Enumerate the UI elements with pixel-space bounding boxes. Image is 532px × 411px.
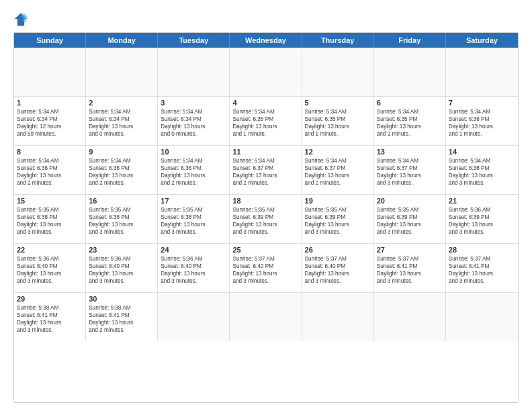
cell-line: Daylight: 13 hours <box>232 123 298 130</box>
cal-day-18: 18Sunrise: 5:35 AMSunset: 6:39 PMDayligh… <box>230 195 302 243</box>
cell-line: Daylight: 13 hours <box>161 270 226 277</box>
cell-line: and 1 minute. <box>305 130 371 138</box>
cal-empty <box>86 48 158 96</box>
day-number: 23 <box>89 246 154 254</box>
cal-empty <box>158 293 230 341</box>
cell-line: and 0 minutes. <box>89 130 154 138</box>
cell-line: Daylight: 13 hours <box>89 221 154 228</box>
cell-line: Sunset: 6:39 PM <box>449 214 515 221</box>
cell-line: Daylight: 13 hours <box>449 172 515 179</box>
cell-line: Sunset: 6:40 PM <box>305 263 371 270</box>
cal-day-22: 22Sunrise: 5:36 AMSunset: 6:40 PMDayligh… <box>14 244 86 292</box>
cal-day-15: 15Sunrise: 5:35 AMSunset: 6:38 PMDayligh… <box>14 195 86 243</box>
cell-line: Sunset: 6:41 PM <box>89 312 154 319</box>
cell-line: Sunrise: 5:34 AM <box>161 157 226 165</box>
cal-day-21: 21Sunrise: 5:36 AMSunset: 6:39 PMDayligh… <box>446 195 518 243</box>
cell-line: Sunrise: 5:36 AM <box>449 206 515 214</box>
cell-line: Sunset: 6:36 PM <box>89 165 154 172</box>
cell-line: Sunrise: 5:38 AM <box>17 304 83 312</box>
day-number: 24 <box>161 246 226 254</box>
cell-line: and 3 minutes. <box>377 228 443 236</box>
cell-line: Daylight: 13 hours <box>232 221 298 228</box>
cell-line: and 1 minute. <box>449 130 515 138</box>
header <box>13 12 519 27</box>
cal-day-6: 6Sunrise: 5:34 AMSunset: 6:35 PMDaylight… <box>374 97 446 145</box>
day-number: 5 <box>305 99 371 107</box>
cal-day-8: 8Sunrise: 5:34 AMSunset: 6:36 PMDaylight… <box>14 146 86 194</box>
cal-empty <box>230 48 302 96</box>
cell-line: and 59 minutes. <box>17 130 83 138</box>
cell-line: and 3 minutes. <box>17 228 83 236</box>
cell-line: Daylight: 13 hours <box>232 270 298 277</box>
cell-line: Sunset: 6:41 PM <box>449 263 515 270</box>
cell-line: Sunrise: 5:34 AM <box>232 157 298 165</box>
cell-line: Sunrise: 5:34 AM <box>305 157 371 165</box>
cal-day-5: 5Sunrise: 5:34 AMSunset: 6:35 PMDaylight… <box>302 97 374 145</box>
cell-line: Sunset: 6:38 PM <box>449 165 515 172</box>
day-number: 7 <box>449 99 515 107</box>
cal-day-13: 13Sunrise: 5:34 AMSunset: 6:37 PMDayligh… <box>374 146 446 194</box>
cal-week-4: 22Sunrise: 5:36 AMSunset: 6:40 PMDayligh… <box>14 244 518 293</box>
cell-line: Sunrise: 5:34 AM <box>449 108 515 116</box>
logo <box>13 12 31 27</box>
cell-line: Daylight: 13 hours <box>305 123 371 130</box>
day-number: 1 <box>17 99 83 107</box>
cell-line: Sunset: 6:40 PM <box>161 263 226 270</box>
cell-line: Sunrise: 5:35 AM <box>377 206 443 214</box>
calendar-header: SundayMondayTuesdayWednesdayThursdayFrid… <box>14 33 518 48</box>
cell-line: and 3 minutes. <box>232 277 298 285</box>
cal-day-17: 17Sunrise: 5:35 AMSunset: 6:38 PMDayligh… <box>158 195 230 243</box>
cell-line: and 2 minutes. <box>305 179 371 187</box>
cal-day-25: 25Sunrise: 5:37 AMSunset: 6:40 PMDayligh… <box>230 244 302 292</box>
cell-line: Sunset: 6:40 PM <box>232 263 298 270</box>
day-number: 25 <box>232 246 298 254</box>
day-number: 28 <box>449 246 515 254</box>
cell-line: and 2 minutes. <box>89 326 154 334</box>
cell-line: Sunset: 6:37 PM <box>377 165 443 172</box>
cal-day-14: 14Sunrise: 5:34 AMSunset: 6:38 PMDayligh… <box>446 146 518 194</box>
day-number: 22 <box>17 246 83 254</box>
cell-line: Daylight: 13 hours <box>17 172 83 179</box>
cell-line: Sunrise: 5:34 AM <box>89 108 154 116</box>
cell-line: Daylight: 13 hours <box>305 172 371 179</box>
cell-line: Sunrise: 5:36 AM <box>17 255 83 263</box>
cell-line: Daylight: 13 hours <box>17 221 83 228</box>
cell-line: Daylight: 13 hours <box>377 172 443 179</box>
header-day-friday: Friday <box>374 33 446 48</box>
cell-line: and 3 minutes. <box>17 326 83 334</box>
day-number: 26 <box>305 246 371 254</box>
cal-empty <box>302 48 374 96</box>
cell-line: Sunset: 6:37 PM <box>232 165 298 172</box>
header-day-saturday: Saturday <box>446 33 518 48</box>
cell-line: Sunset: 6:41 PM <box>377 263 443 270</box>
cell-line: and 3 minutes. <box>377 277 443 285</box>
day-number: 6 <box>377 99 443 107</box>
cal-week-3: 15Sunrise: 5:35 AMSunset: 6:38 PMDayligh… <box>14 195 518 244</box>
cell-line: Sunset: 6:41 PM <box>17 312 83 319</box>
cell-line: and 2 minutes. <box>17 179 83 187</box>
cell-line: and 3 minutes. <box>449 277 515 285</box>
cal-day-4: 4Sunrise: 5:34 AMSunset: 6:35 PMDaylight… <box>230 97 302 145</box>
cell-line: Sunset: 6:38 PM <box>17 214 83 221</box>
cell-line: and 3 minutes. <box>89 277 154 285</box>
cal-day-26: 26Sunrise: 5:37 AMSunset: 6:40 PMDayligh… <box>302 244 374 292</box>
cell-line: Sunrise: 5:34 AM <box>232 108 298 116</box>
day-number: 12 <box>305 148 371 156</box>
day-number: 2 <box>89 99 154 107</box>
cal-day-27: 27Sunrise: 5:37 AMSunset: 6:41 PMDayligh… <box>374 244 446 292</box>
cal-day-19: 19Sunrise: 5:35 AMSunset: 6:39 PMDayligh… <box>302 195 374 243</box>
header-day-thursday: Thursday <box>302 33 374 48</box>
page: SundayMondayTuesdayWednesdayThursdayFrid… <box>0 0 532 411</box>
cell-line: Sunrise: 5:34 AM <box>17 108 83 116</box>
cell-line: Sunset: 6:36 PM <box>449 116 515 123</box>
cal-day-7: 7Sunrise: 5:34 AMSunset: 6:36 PMDaylight… <box>446 97 518 145</box>
header-day-monday: Monday <box>86 33 158 48</box>
cell-line: Daylight: 13 hours <box>89 172 154 179</box>
cell-line: and 3 minutes. <box>89 228 154 236</box>
cal-day-16: 16Sunrise: 5:35 AMSunset: 6:38 PMDayligh… <box>86 195 158 243</box>
cell-line: Sunrise: 5:34 AM <box>161 108 226 116</box>
day-number: 17 <box>161 197 226 205</box>
cell-line: Sunrise: 5:35 AM <box>305 206 371 214</box>
cal-week-5: 29Sunrise: 5:38 AMSunset: 6:41 PMDayligh… <box>14 293 518 341</box>
cal-day-23: 23Sunrise: 5:36 AMSunset: 6:40 PMDayligh… <box>86 244 158 292</box>
